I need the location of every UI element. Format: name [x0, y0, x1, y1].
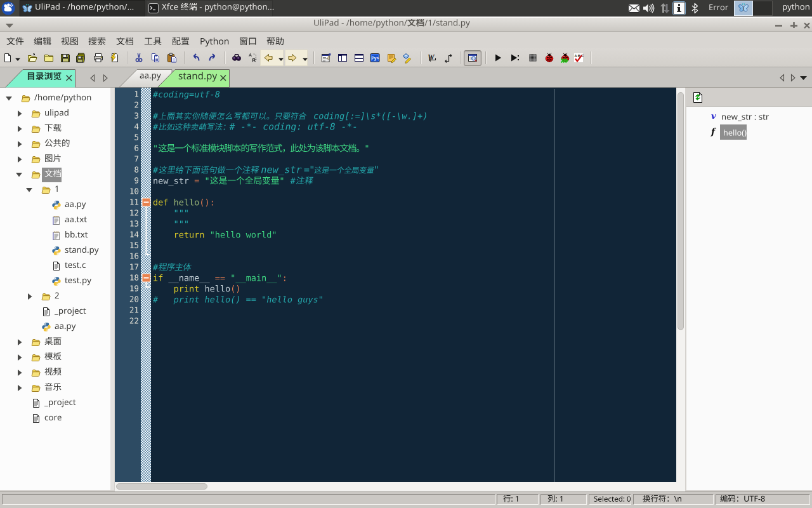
svg-text:Py>: Py> [372, 56, 379, 61]
svg-text:A B C: A B C [575, 54, 584, 58]
